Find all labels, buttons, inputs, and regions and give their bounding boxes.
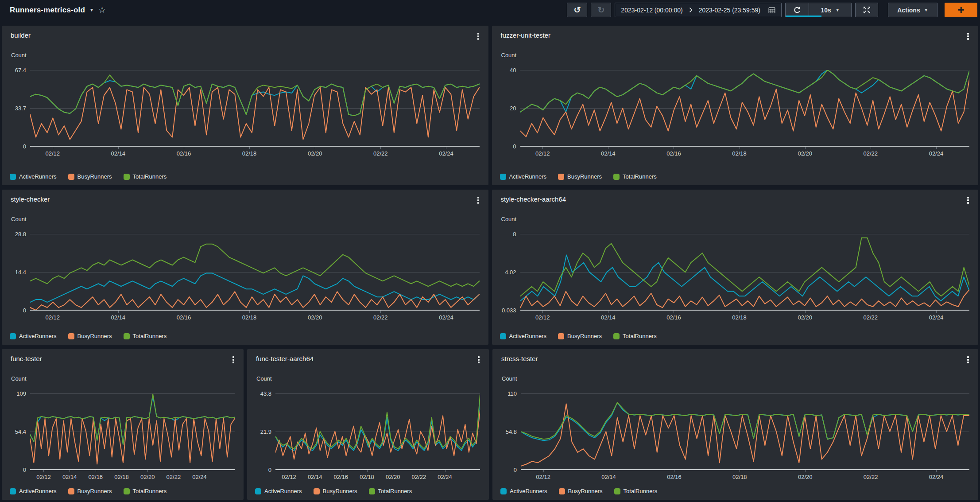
x-tick-label: 02/22 bbox=[167, 474, 181, 480]
x-tick-label: 02/12 bbox=[282, 474, 296, 480]
chart-lines bbox=[30, 393, 235, 470]
widget-func-tester-aarch64: func-tester-aarch64 Count 43.821.9002/12… bbox=[247, 349, 489, 500]
x-tick-mark bbox=[419, 470, 419, 472]
fullscreen-button[interactable] bbox=[855, 3, 878, 17]
legend-item-totalrunners[interactable]: TotalRunners bbox=[614, 488, 658, 494]
refresh-button[interactable] bbox=[786, 3, 809, 17]
x-tick-label: 02/20 bbox=[798, 314, 812, 321]
chart-legend: ActiveRunnersBusyRunnersTotalRunners bbox=[500, 488, 657, 494]
add-widget-button[interactable]: + bbox=[945, 3, 977, 17]
widget-builder: builder Count 67.433.7002/1202/1402/1602… bbox=[2, 26, 488, 185]
legend-item-busyrunners[interactable]: BusyRunners bbox=[558, 333, 602, 339]
legend-item-totalrunners[interactable]: TotalRunners bbox=[124, 488, 167, 494]
legend-item-activerunners[interactable]: ActiveRunners bbox=[255, 488, 302, 494]
widget-menu-icon[interactable] bbox=[962, 30, 974, 43]
x-tick-label: 02/14 bbox=[111, 150, 126, 157]
legend-swatch bbox=[124, 488, 130, 494]
chart-plot[interactable]: 43.821.9002/1202/1402/1602/1802/2002/220… bbox=[275, 393, 480, 470]
y-tick-label: 67.4 bbox=[15, 67, 26, 74]
legend-label: TotalRunners bbox=[133, 173, 167, 180]
legend-item-activerunners[interactable]: ActiveRunners bbox=[500, 333, 547, 339]
x-tick-mark bbox=[315, 147, 315, 149]
legend-item-busyrunners[interactable]: BusyRunners bbox=[68, 173, 112, 180]
widget-menu-icon[interactable] bbox=[962, 194, 974, 206]
legend-item-busyrunners[interactable]: BusyRunners bbox=[68, 488, 112, 494]
x-tick-label: 02/16 bbox=[666, 314, 681, 321]
y-tick-label: 0.033 bbox=[502, 307, 516, 314]
legend-item-busyrunners[interactable]: BusyRunners bbox=[68, 333, 112, 339]
x-tick-mark bbox=[936, 311, 937, 313]
y-axis-label: Count bbox=[501, 52, 517, 58]
x-tick-mark bbox=[200, 470, 200, 472]
x-tick-label: 02/12 bbox=[36, 474, 51, 480]
y-axis-label: Count bbox=[256, 375, 272, 382]
legend-swatch bbox=[68, 488, 74, 494]
x-tick-mark bbox=[147, 470, 148, 472]
y-tick-label: 14.4 bbox=[15, 269, 26, 276]
legend-swatch bbox=[255, 488, 261, 494]
favorite-star-icon[interactable]: ☆ bbox=[98, 6, 106, 14]
legend-item-totalrunners[interactable]: TotalRunners bbox=[124, 333, 167, 339]
chart-plot[interactable]: 10954.4002/1202/1402/1602/1802/2002/2202… bbox=[30, 393, 235, 470]
legend-item-activerunners[interactable]: ActiveRunners bbox=[500, 173, 547, 180]
date-range-picker[interactable]: 2023-02-12 (00:00:00) 2023-02-25 (23:59:… bbox=[615, 3, 782, 17]
redo-button[interactable]: ↻ bbox=[591, 3, 611, 17]
widget-title: func-tester bbox=[11, 355, 42, 362]
legend-item-busyrunners[interactable]: BusyRunners bbox=[314, 488, 357, 494]
active-runners-line bbox=[521, 402, 969, 440]
widget-menu-icon[interactable] bbox=[473, 354, 484, 366]
widget-menu-icon[interactable] bbox=[962, 354, 974, 366]
chart-plot[interactable]: 84.020.03302/1202/1402/1602/1802/2002/22… bbox=[520, 234, 970, 310]
refresh-icon bbox=[793, 6, 801, 14]
x-tick-mark bbox=[805, 311, 806, 313]
undo-button[interactable]: ↺ bbox=[567, 3, 587, 17]
legend-item-totalrunners[interactable]: TotalRunners bbox=[369, 488, 412, 494]
date-range-end[interactable]: 2023-02-25 (23:59:59) bbox=[699, 7, 760, 14]
widget-menu-icon[interactable] bbox=[473, 194, 484, 206]
legend-item-totalrunners[interactable]: TotalRunners bbox=[124, 173, 167, 180]
x-tick-mark bbox=[118, 311, 119, 313]
legend-item-totalrunners[interactable]: TotalRunners bbox=[613, 333, 657, 339]
x-tick-mark bbox=[446, 311, 446, 313]
chart-plot[interactable]: 67.433.7002/1202/1402/1602/1802/2002/220… bbox=[30, 70, 480, 146]
legend-item-totalrunners[interactable]: TotalRunners bbox=[613, 173, 657, 180]
actions-dropdown-button[interactable]: Actions ▼ bbox=[888, 3, 937, 17]
chart-legend: ActiveRunnersBusyRunnersTotalRunners bbox=[500, 333, 657, 339]
chart-plot[interactable]: 4020002/1202/1402/1602/1802/2002/2202/24 bbox=[520, 70, 970, 146]
refresh-interval-dropdown[interactable]: 10s ▼ bbox=[809, 3, 851, 17]
legend-item-activerunners[interactable]: ActiveRunners bbox=[500, 488, 547, 494]
legend-item-busyrunners[interactable]: BusyRunners bbox=[559, 488, 603, 494]
x-tick-label: 02/12 bbox=[45, 150, 60, 157]
chart-plot[interactable]: 28.814.4002/1202/1402/1602/1802/2002/220… bbox=[30, 234, 480, 310]
x-tick-label: 02/16 bbox=[89, 474, 103, 480]
dashboard-grid: builder Count 67.433.7002/1202/1402/1602… bbox=[0, 20, 980, 502]
legend-item-activerunners[interactable]: ActiveRunners bbox=[10, 488, 57, 494]
legend-label: BusyRunners bbox=[77, 173, 112, 180]
widget-menu-icon[interactable] bbox=[228, 354, 239, 366]
legend-label: ActiveRunners bbox=[509, 173, 547, 180]
redo-icon: ↻ bbox=[597, 5, 604, 15]
x-tick-label: 02/22 bbox=[864, 474, 878, 480]
x-tick-label: 02/16 bbox=[177, 150, 191, 157]
dashboard-title-caret-icon[interactable]: ▼ bbox=[89, 8, 94, 12]
y-tick-label: 110 bbox=[507, 390, 517, 397]
active-runners-line bbox=[30, 273, 480, 302]
total-runners-line bbox=[520, 238, 970, 296]
x-tick-mark bbox=[70, 470, 70, 472]
legend-label: ActiveRunners bbox=[509, 333, 547, 339]
x-tick-mark bbox=[446, 147, 446, 149]
date-range-start[interactable]: 2023-02-12 (00:00:00) bbox=[621, 7, 682, 14]
legend-item-activerunners[interactable]: ActiveRunners bbox=[10, 173, 57, 180]
x-tick-mark bbox=[740, 470, 740, 472]
widget-menu-icon[interactable] bbox=[473, 30, 484, 43]
x-tick-mark bbox=[249, 147, 250, 149]
legend-item-activerunners[interactable]: ActiveRunners bbox=[10, 333, 57, 339]
actions-label: Actions bbox=[897, 7, 920, 14]
y-tick-label: 0 bbox=[514, 467, 517, 473]
busy-runners-line bbox=[520, 289, 970, 307]
y-axis-label: Count bbox=[502, 375, 517, 382]
x-tick-mark bbox=[184, 147, 184, 149]
chart-plot[interactable]: 11054.8002/1202/1402/1602/1802/2002/2202… bbox=[521, 393, 969, 470]
legend-item-busyrunners[interactable]: BusyRunners bbox=[558, 173, 602, 180]
calendar-icon[interactable] bbox=[768, 7, 775, 14]
